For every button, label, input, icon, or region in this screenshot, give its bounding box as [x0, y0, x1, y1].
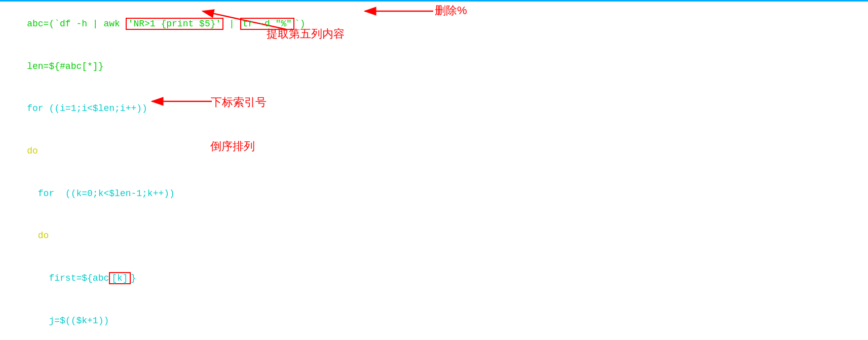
code-line-2: len=${#abc[*]} [5, 46, 863, 88]
code-line-7: first=${abc[k]} [5, 257, 863, 300]
code-part: for ((i=1;i<$len;i++)) [27, 103, 147, 114]
code-part: abc=(`df -h | awk [27, 19, 125, 29]
code-part: do [27, 231, 49, 241]
index-k-box: [k] [109, 272, 130, 284]
code-line-3: for ((i=1;i<$len;i++)) [5, 88, 863, 130]
code-part: for ((k=0;k<$len-1;k++)) [27, 188, 175, 199]
code-line-8: j=$(($k+1)) [5, 300, 863, 340]
code-part: do [27, 146, 38, 156]
code-part: | [223, 19, 240, 29]
code-part: len=${#abc[*]} [27, 61, 103, 71]
annotation-sort-desc: 倒序排列 [210, 138, 255, 155]
top-border [0, 0, 868, 2]
code-part: first=${abc [27, 273, 109, 283]
annotation-subscript: 下标索引号 [211, 94, 267, 111]
code-part: } [131, 273, 136, 283]
code-line-4: do [5, 130, 863, 173]
code-line-5: for ((k=0;k<$len-1;k++)) [5, 173, 863, 215]
annotation-fifth-column: 提取第五列内容 [267, 25, 345, 43]
code-part: j=$(($k+1)) [27, 316, 109, 326]
code-line-6: do [5, 215, 863, 257]
code-line-1: abc=(`df -h | awk 'NR>1 {print $5}' | tr… [5, 3, 863, 46]
awk-print-box: 'NR>1 {print $5}' [126, 18, 224, 30]
code-block: abc=(`df -h | awk 'NR>1 {print $5}' | tr… [5, 3, 863, 340]
annotation-delete-percent: 删除% [435, 2, 467, 19]
